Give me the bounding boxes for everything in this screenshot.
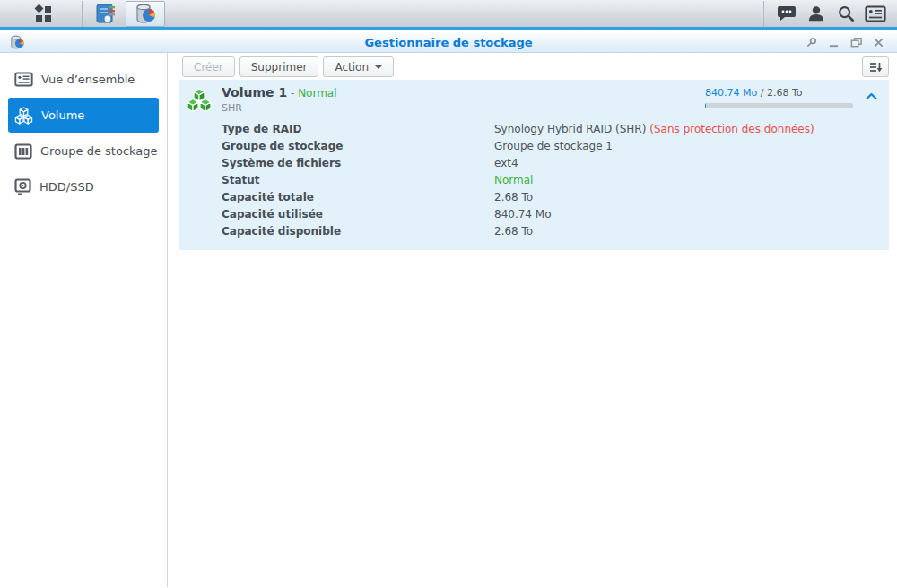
detail-label: Capacité disponible <box>179 225 494 238</box>
volume-cubes-icon <box>14 107 33 125</box>
detail-value: ext4 <box>494 157 518 169</box>
sort-descending-icon <box>868 61 883 74</box>
raid-type-value: Synology Hybrid RAID (SHR) <box>494 123 646 135</box>
detail-row-raid-type: Type de RAID Synology Hybrid RAID (SHR)(… <box>179 120 889 137</box>
collapse-button[interactable] <box>864 89 878 103</box>
storage-pool-icon <box>14 143 32 160</box>
usage-block: 840.74 Mo / 2.68 To <box>705 87 853 108</box>
usage-total-value: 2.68 To <box>767 87 803 99</box>
volume-subtitle: SHR <box>222 102 705 114</box>
sidebar-item-label: HDD/SSD <box>39 180 94 194</box>
detail-label: Type de RAID <box>179 123 494 135</box>
chat-icon <box>777 4 797 22</box>
volume-green-cubes-icon <box>186 87 213 114</box>
sidebar-item-overview[interactable]: Vue d’ensemble <box>8 62 159 97</box>
volume-title-block: Volume 1 - Normal SHR <box>222 85 705 114</box>
widgets-icon <box>865 5 886 22</box>
taskbar-app-window[interactable] <box>86 1 126 27</box>
widgets-button[interactable] <box>860 1 890 27</box>
usage-progress-bar <box>705 103 853 108</box>
grid-icon <box>33 4 53 23</box>
detail-value: Groupe de stockage 1 <box>494 140 613 152</box>
window-title: Gestionnaire de stockage <box>0 36 897 49</box>
sidebar: Vue d’ensemble Volume <box>0 53 168 587</box>
detail-value: Synology Hybrid RAID (SHR)(Sans protecti… <box>494 123 814 135</box>
pin-icon <box>806 37 817 48</box>
user-icon <box>807 4 825 22</box>
raid-warning: (Sans protection des données) <box>649 123 814 135</box>
usage-progress-fill <box>705 103 706 108</box>
sidebar-item-volume[interactable]: Volume <box>8 98 159 133</box>
sidebar-item-label: Groupe de stockage <box>40 144 158 158</box>
notifications-button[interactable] <box>771 1 801 27</box>
close-icon <box>873 37 884 48</box>
detail-value: 840.74 Mo <box>494 208 552 220</box>
sidebar-item-label: Vue d’ensemble <box>41 73 135 86</box>
user-account-button[interactable] <box>801 1 831 27</box>
close-button[interactable] <box>867 34 890 52</box>
pin-button[interactable] <box>800 34 823 52</box>
detail-value-status: Normal <box>494 174 533 186</box>
window-controls <box>800 32 890 53</box>
detail-label: Groupe de stockage <box>179 140 494 152</box>
detail-row-filesystem: Système de fichiers ext4 <box>179 154 889 171</box>
toolbar: Créer Supprimer Action <box>168 53 897 80</box>
panel-app-icon <box>94 2 118 25</box>
delete-button[interactable]: Supprimer <box>239 56 319 77</box>
detail-row-used-capacity: Capacité utilisée 840.74 Mo <box>179 205 889 222</box>
taskbar <box>0 0 897 30</box>
detail-value: 2.68 To <box>494 191 533 203</box>
detail-row-storage-pool: Groupe de stockage Groupe de stockage 1 <box>179 137 889 154</box>
volume-panel-header[interactable]: Volume 1 - Normal SHR 840.74 Mo / 2.68 T… <box>179 80 889 116</box>
hdd-icon <box>14 178 31 195</box>
main-content: Créer Supprimer Action <box>168 53 897 587</box>
search-button[interactable] <box>831 1 860 27</box>
detail-value: 2.68 To <box>494 225 533 238</box>
storage-manager-window: Gestionnaire de stockage <box>0 32 897 588</box>
detail-row-status: Statut Normal <box>179 171 889 188</box>
minimize-button[interactable] <box>823 34 845 52</box>
action-dropdown-button[interactable]: Action <box>323 56 394 77</box>
chevron-up-icon <box>866 92 877 100</box>
detail-row-available-capacity: Capacité disponible 2.68 To <box>179 222 889 239</box>
taskbar-tray <box>763 1 897 27</box>
create-button[interactable]: Créer <box>182 56 235 77</box>
sidebar-item-storage-pool[interactable]: Groupe de stockage <box>8 134 159 169</box>
overview-icon <box>14 72 33 87</box>
storage-manager-icon <box>134 2 157 25</box>
sidebar-item-hdd-ssd[interactable]: HDD/SSD <box>8 169 159 204</box>
maximize-icon <box>850 37 862 48</box>
minimize-icon <box>828 37 840 48</box>
taskbar-storage-manager[interactable] <box>126 1 165 27</box>
volume-details: Type de RAID Synology Hybrid RAID (SHR)(… <box>179 120 889 239</box>
volume-panel: Volume 1 - Normal SHR 840.74 Mo / 2.68 T… <box>179 80 889 250</box>
detail-label: Capacité totale <box>179 191 494 203</box>
chevron-down-icon <box>375 65 382 69</box>
volume-status-badge: Normal <box>298 87 336 99</box>
action-label: Action <box>335 61 369 74</box>
window-titlebar[interactable]: Gestionnaire de stockage <box>0 32 897 53</box>
detail-label: Statut <box>179 174 494 186</box>
maximize-button[interactable] <box>845 34 867 52</box>
usage-used-value: 840.74 Mo <box>705 87 757 99</box>
main-menu-button[interactable] <box>4 1 83 27</box>
sidebar-item-label: Volume <box>41 108 84 122</box>
volume-separator: - <box>287 87 298 99</box>
volume-name: Volume 1 <box>222 85 287 99</box>
sort-button[interactable] <box>862 56 889 77</box>
detail-label: Capacité utilisée <box>179 208 494 220</box>
detail-label: Système de fichiers <box>179 157 494 169</box>
search-icon <box>837 4 855 22</box>
usage-divider: / <box>757 87 767 99</box>
detail-row-total-capacity: Capacité totale 2.68 To <box>179 188 889 205</box>
